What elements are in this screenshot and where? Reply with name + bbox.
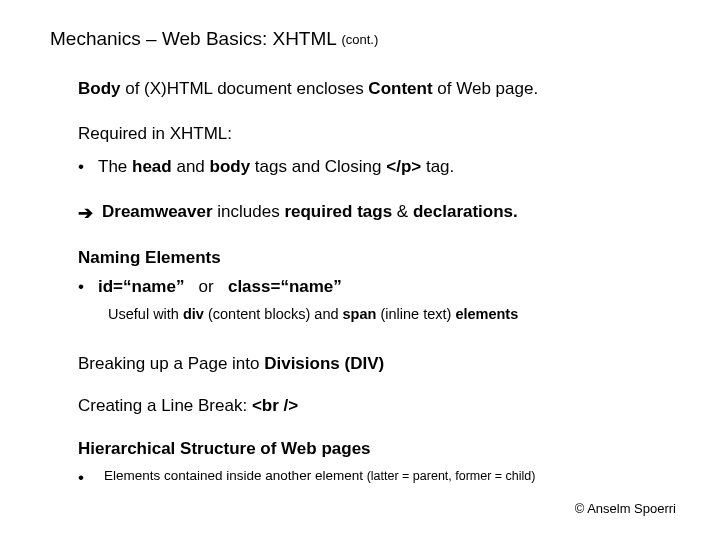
text: Breaking up a Page into	[78, 354, 264, 373]
hier-heading: Hierarchical Structure of Web pages	[78, 438, 680, 461]
slide-body: Body of (X)HTML document encloses Conten…	[78, 78, 680, 490]
text-bold: Naming Elements	[78, 248, 221, 267]
text: tags and Closing	[250, 157, 386, 176]
bullet-icon: •	[78, 276, 98, 299]
sub-line: Useful with div (content blocks) and spa…	[108, 305, 680, 325]
text: of Web page.	[433, 79, 539, 98]
text-bold: elements	[455, 306, 518, 322]
text: Creating a Line Break:	[78, 396, 252, 415]
bullet-item: • The head and body tags and Closing </p…	[78, 156, 680, 179]
naming-heading: Naming Elements	[78, 247, 680, 270]
text: Required in XHTML:	[78, 124, 232, 143]
text: tag.	[421, 157, 454, 176]
text-bold: Divisions (DIV)	[264, 354, 384, 373]
bullet-icon: •	[78, 467, 104, 490]
text: &	[392, 202, 413, 221]
text: (content blocks) and	[204, 306, 343, 322]
text-bold: declarations.	[413, 202, 518, 221]
text: and	[172, 157, 210, 176]
text-bold: </p>	[386, 157, 421, 176]
title-cont: (cont.)	[341, 32, 378, 47]
text-bold: class=“name”	[228, 277, 342, 296]
bullet-text: id=“name” or class=“name”	[98, 276, 342, 299]
bullet-text: The head and body tags and Closing </p> …	[98, 156, 454, 179]
text: of (X)HTML document encloses	[121, 79, 369, 98]
text-bold: Content	[368, 79, 432, 98]
text-bold: <br />	[252, 396, 298, 415]
slide: Mechanics – Web Basics: XHTML (cont.) Bo…	[0, 0, 720, 540]
linebreak-line: Creating a Line Break: <br />	[78, 395, 680, 418]
text-bold: Dreamweaver	[102, 202, 213, 221]
text: Useful with	[108, 306, 183, 322]
body-line: Body of (X)HTML document encloses Conten…	[78, 78, 680, 101]
arrow-icon: ➔	[78, 201, 102, 225]
text: (inline text)	[376, 306, 455, 322]
slide-title: Mechanics – Web Basics: XHTML (cont.)	[50, 28, 680, 50]
text-bold: id=“name”	[98, 277, 184, 296]
bullet-item: • id=“name” or class=“name”	[78, 276, 680, 299]
arrow-text: Dreamweaver includes required tags & dec…	[102, 201, 518, 225]
text: includes	[213, 202, 285, 221]
text: (latter = parent, former = child)	[367, 469, 536, 483]
bullet-text: Elements contained inside another elemen…	[104, 467, 536, 490]
text-bold: body	[210, 157, 251, 176]
text-bold: required tags	[284, 202, 392, 221]
text-bold: head	[132, 157, 172, 176]
arrow-item: ➔ Dreamweaver includes required tags & d…	[78, 201, 680, 225]
text: The	[98, 157, 132, 176]
text-bold: Hierarchical Structure of Web pages	[78, 439, 371, 458]
text-bold: span	[343, 306, 377, 322]
copyright: © Anselm Spoerri	[575, 501, 676, 516]
text: or	[184, 277, 227, 296]
divisions-line: Breaking up a Page into Divisions (DIV)	[78, 353, 680, 376]
required-line: Required in XHTML:	[78, 123, 680, 146]
text: Elements contained inside another elemen…	[104, 468, 367, 483]
bullet-item: • Elements contained inside another elem…	[78, 467, 680, 490]
bullet-icon: •	[78, 156, 98, 179]
text: © Anselm Spoerri	[575, 501, 676, 516]
title-main: Mechanics – Web Basics: XHTML	[50, 28, 336, 49]
text-bold: Body	[78, 79, 121, 98]
text-bold: div	[183, 306, 204, 322]
